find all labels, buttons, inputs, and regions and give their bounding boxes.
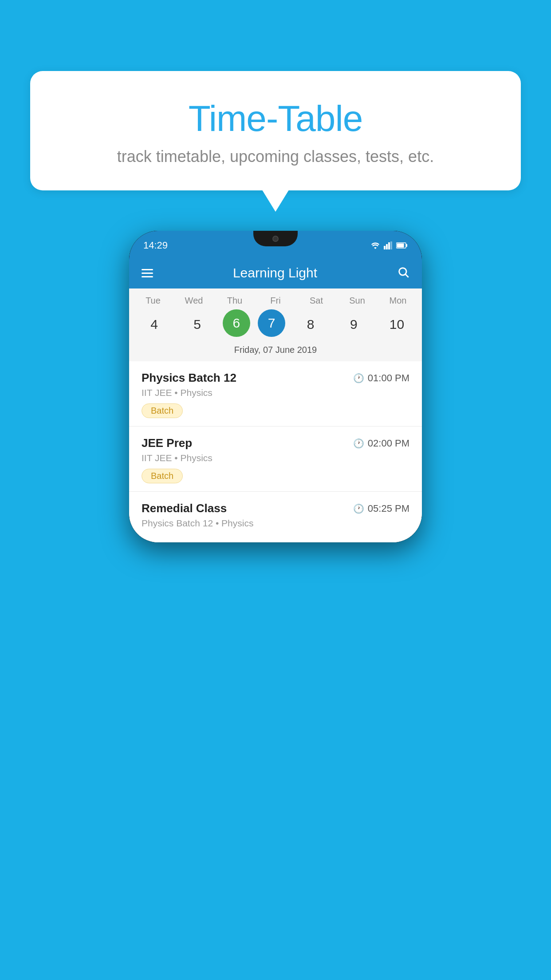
app-header: Learning Light (129, 257, 422, 288)
svg-line-8 (405, 274, 408, 277)
dates-row: 4 5 6 7 8 9 10 (133, 309, 418, 340)
svg-rect-3 (390, 241, 392, 249)
speech-bubble: Time-Table track timetable, upcoming cla… (30, 71, 521, 190)
date-9[interactable]: 9 (336, 309, 371, 340)
menu-button[interactable] (142, 269, 153, 277)
day-fri: Fri (258, 296, 293, 306)
camera-dot (272, 236, 279, 242)
notch (253, 231, 298, 246)
signal-icon (384, 241, 393, 249)
class-name-2: JEE Prep (142, 436, 192, 450)
clock-icon-1: 🕐 (353, 373, 364, 383)
date-5[interactable]: 5 (180, 309, 215, 340)
class-meta-1: IIT JEE • Physics (142, 387, 409, 398)
bubble-title: Time-Table (48, 98, 503, 139)
class-time-2: 🕐 02:00 PM (353, 438, 409, 449)
search-button[interactable] (397, 266, 409, 280)
bubble-subtitle: track timetable, upcoming classes, tests… (48, 147, 503, 166)
app-title: Learning Light (164, 265, 386, 281)
class-time-3: 🕐 05:25 PM (353, 503, 409, 514)
svg-point-7 (399, 268, 406, 275)
class-meta-3: Physics Batch 12 • Physics (142, 518, 409, 529)
phone-screen: 14:29 (129, 231, 422, 542)
svg-rect-1 (386, 244, 388, 249)
phone-container: 14:29 (129, 231, 422, 542)
day-sat: Sat (299, 296, 334, 306)
class-meta-2: IIT JEE • Physics (142, 453, 409, 463)
date-7-selected[interactable]: 7 (258, 309, 285, 337)
phone-outer: 14:29 (129, 231, 422, 542)
svg-rect-6 (406, 244, 407, 247)
calendar-header: Tue Wed Thu Fri Sat Sun Mon 4 5 6 7 8 9 … (129, 288, 422, 361)
date-10[interactable]: 10 (379, 309, 414, 340)
day-sun: Sun (339, 296, 375, 306)
class-item-3[interactable]: Remedial Class 🕐 05:25 PM Physics Batch … (129, 492, 422, 542)
day-thu: Thu (217, 296, 252, 306)
date-4[interactable]: 4 (137, 309, 172, 340)
class-item-1[interactable]: Physics Batch 12 🕐 01:00 PM IIT JEE • Ph… (129, 361, 422, 427)
svg-rect-5 (397, 244, 404, 248)
clock-icon-3: 🕐 (353, 503, 364, 514)
days-row: Tue Wed Thu Fri Sat Sun Mon (133, 296, 418, 306)
clock-icon-2: 🕐 (353, 438, 364, 449)
class-name-1: Physics Batch 12 (142, 371, 236, 385)
speech-bubble-container: Time-Table track timetable, upcoming cla… (30, 71, 521, 190)
status-icons (370, 241, 408, 249)
date-6-today[interactable]: 6 (223, 309, 250, 337)
class-item-header-1: Physics Batch 12 🕐 01:00 PM (142, 371, 409, 385)
class-item-header-3: Remedial Class 🕐 05:25 PM (142, 502, 409, 515)
day-tue: Tue (135, 296, 171, 306)
date-8[interactable]: 8 (293, 309, 328, 340)
batch-badge-1: Batch (142, 403, 183, 418)
day-mon: Mon (380, 296, 416, 306)
class-time-1: 🕐 01:00 PM (353, 372, 409, 384)
class-name-3: Remedial Class (142, 502, 227, 515)
search-icon (397, 266, 409, 278)
wifi-icon (370, 241, 380, 249)
class-item-2[interactable]: JEE Prep 🕐 02:00 PM IIT JEE • Physics Ba… (129, 427, 422, 492)
selected-date-label: Friday, 07 June 2019 (133, 345, 418, 361)
batch-badge-2: Batch (142, 469, 183, 483)
day-wed: Wed (176, 296, 212, 306)
class-time-text-2: 02:00 PM (368, 438, 409, 449)
class-item-header-2: JEE Prep 🕐 02:00 PM (142, 436, 409, 450)
svg-rect-0 (384, 246, 386, 249)
svg-rect-2 (388, 242, 390, 249)
classes-list: Physics Batch 12 🕐 01:00 PM IIT JEE • Ph… (129, 361, 422, 542)
class-time-text-1: 01:00 PM (368, 372, 409, 384)
status-time: 14:29 (143, 240, 168, 251)
status-bar: 14:29 (129, 231, 422, 257)
class-time-text-3: 05:25 PM (368, 503, 409, 514)
battery-icon (396, 242, 408, 249)
